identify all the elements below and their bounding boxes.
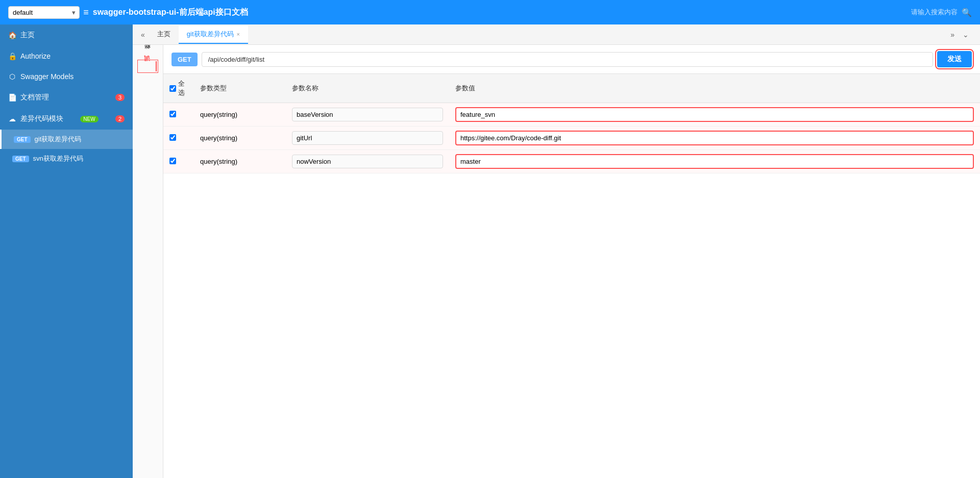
logo-icon: ≡ (83, 7, 89, 18)
tabs-area: 主页 git获取差异代码 × (149, 26, 943, 44)
search-placeholder-text: 请输入搜索内容 (911, 8, 958, 17)
table-row: query(string) (163, 103, 980, 127)
select-all-label[interactable]: 全选 (169, 79, 188, 97)
sidebar-item-authorize[interactable]: 🔒 Authorize (0, 46, 133, 66)
sidebar-swagger-label: Swagger Models (20, 72, 74, 81)
row-checkbox-cell (163, 103, 194, 127)
row-name-cell-0 (286, 103, 449, 127)
row-type-cell-1: query(string) (194, 127, 286, 150)
diff-badge: 2 (115, 115, 125, 122)
row-checkbox-1[interactable] (169, 134, 176, 141)
sidebar-sub-item-svn-diff[interactable]: GET svn获取差异代码 (0, 149, 133, 168)
sidebar-collapse-btn[interactable]: « (137, 29, 149, 41)
tab-git-diff[interactable]: git获取差异代码 × (179, 26, 248, 44)
tab-close-btn[interactable]: × (237, 31, 240, 37)
sidebar-sub-item-git-diff[interactable]: GET git获取差异代码 (0, 130, 133, 149)
sub-tab-doc-btn[interactable]: 文档 (139, 49, 156, 59)
sidebar-home-label: 主页 (20, 31, 35, 40)
api-url-bar: GET 发送 (163, 45, 980, 74)
api-url-input[interactable] (202, 52, 933, 67)
param-value-input-1[interactable] (455, 131, 974, 145)
sidebar-doc-label: 文档管理 (20, 93, 49, 102)
sidebar: 🏠 主页 🔒 Authorize ⬡ Swagger Models 📄 文档管理… (0, 24, 133, 478)
row-type-cell-2: query(string) (194, 150, 286, 173)
sidebar-item-home[interactable]: 🏠 主页 (0, 24, 133, 46)
sidebar-authorize-label: Authorize (20, 52, 51, 60)
row-checkbox-cell (163, 127, 194, 150)
cloud-icon: ☁ (8, 115, 16, 123)
secondary-header: « 主页 git获取差异代码 × » ⌄ (133, 24, 980, 45)
params-table: 全选 参数类型 参数名称 参数值 query(string) (163, 74, 980, 173)
sidebar-item-doc-manage[interactable]: 📄 文档管理 3 (0, 87, 133, 108)
param-name-input-1[interactable] (292, 131, 443, 145)
param-name-input-2[interactable] (292, 155, 443, 168)
new-badge: NEW (80, 116, 98, 122)
tab-collapse-all-btn[interactable]: ⌄ (960, 30, 972, 40)
get-badge-git: GET (14, 136, 31, 143)
app-title: swagger-bootstrap-ui-前后端api接口文档 (93, 7, 248, 18)
main-panel: 文档 调试 GET 发送 (133, 45, 980, 478)
sidebar-item-diff-code[interactable]: ☁ 差异代码模块 NEW 2 (0, 108, 133, 130)
tab-git-diff-label: git获取差异代码 (187, 30, 234, 39)
select-all-checkbox[interactable] (169, 85, 176, 92)
col-type-header: 参数类型 (194, 74, 286, 103)
sidebar-item-swagger-models[interactable]: ⬡ Swagger Models (0, 66, 133, 87)
row-name-cell-1 (286, 127, 449, 150)
lock-icon: 🔒 (8, 52, 16, 60)
send-button[interactable]: 发送 (937, 51, 972, 67)
panel-sidebar: 文档 调试 (133, 45, 163, 478)
model-icon: ⬡ (8, 72, 16, 81)
top-header: default ≡ swagger-bootstrap-ui-前后端api接口文… (0, 0, 980, 24)
main-layout: 🏠 主页 🔒 Authorize ⬡ Swagger Models 📄 文档管理… (0, 24, 980, 478)
sidebar-svn-diff-label: svn获取差异代码 (33, 154, 83, 163)
select-all-text: 全选 (178, 79, 188, 97)
get-badge-svn: GET (12, 156, 29, 162)
sub-tab-debug-btn[interactable]: 调试 (139, 61, 157, 71)
env-select[interactable]: default (8, 6, 80, 19)
row-type-cell-0: query(string) (194, 103, 286, 127)
row-value-cell-2 (449, 150, 980, 173)
col-name-header: 参数名称 (286, 74, 449, 103)
row-checkbox-cell (163, 150, 194, 173)
param-name-input-0[interactable] (292, 108, 443, 121)
sidebar-git-diff-label: git获取差异代码 (35, 135, 82, 144)
col-value-header: 参数值 (449, 74, 980, 103)
tab-actions: » ⌄ (943, 30, 976, 40)
row-name-cell-2 (286, 150, 449, 173)
row-checkbox-2[interactable] (169, 158, 176, 164)
param-value-input-0[interactable] (455, 107, 974, 122)
row-checkbox-0[interactable] (169, 111, 176, 117)
tab-more-btn[interactable]: » (947, 30, 958, 40)
table-row: query(string) (163, 127, 980, 150)
env-select-wrapper[interactable]: default (8, 6, 80, 19)
search-area: 请输入搜索内容 🔍 (911, 8, 972, 17)
doc-icon: 📄 (8, 93, 16, 102)
panel-content: GET 发送 全选 参数 (163, 45, 980, 478)
content-area: « 主页 git获取差异代码 × » ⌄ 文档 调试 (133, 24, 980, 478)
search-icon[interactable]: 🔍 (962, 8, 972, 17)
method-tag: GET (172, 53, 198, 66)
row-value-cell-0 (449, 103, 980, 127)
tab-home-label: 主页 (157, 30, 170, 39)
app-logo: ≡ swagger-bootstrap-ui-前后端api接口文档 (83, 7, 911, 18)
tab-home[interactable]: 主页 (149, 26, 179, 44)
col-select-all-header: 全选 (163, 74, 194, 103)
doc-badge: 3 (115, 94, 125, 101)
row-value-cell-1 (449, 127, 980, 150)
table-row: query(string) (163, 150, 980, 173)
home-icon: 🏠 (8, 31, 16, 39)
sidebar-diff-label: 差异代码模块 (20, 114, 63, 123)
param-value-input-2[interactable] (455, 154, 974, 169)
